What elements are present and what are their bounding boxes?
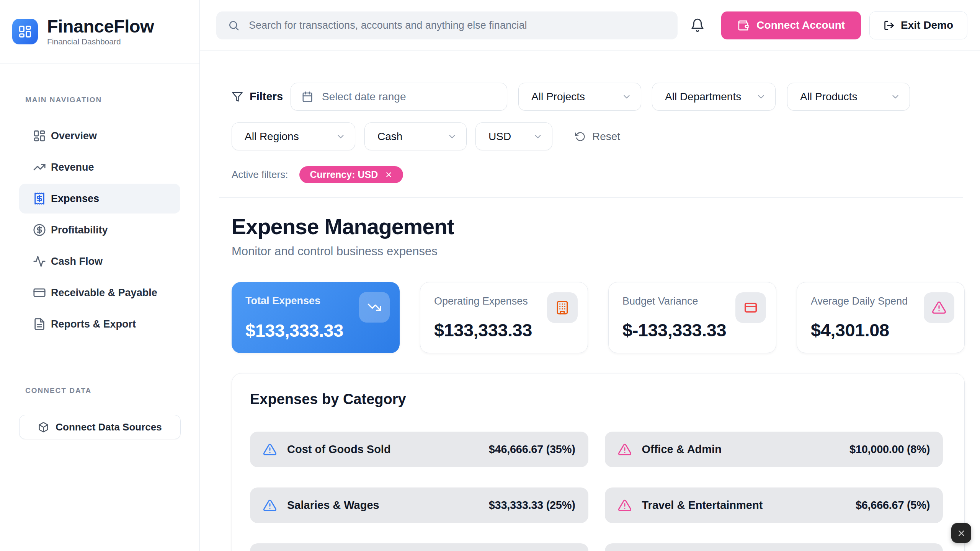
main-navigation: Overview Revenue Expenses Profitability … bbox=[0, 121, 199, 341]
category-value: $10,000.00 (8%) bbox=[849, 443, 930, 456]
category-name: Office & Admin bbox=[642, 443, 722, 456]
overlay-close-button[interactable] bbox=[951, 523, 971, 543]
main-column: Connect Account Exit Demo Filters Select… bbox=[200, 0, 980, 551]
sidebar-item-receivable-payable[interactable]: Receivable & Payable bbox=[19, 278, 180, 308]
stat-card-total-expenses: Total Expenses $133,333.33 bbox=[232, 282, 400, 353]
regions-select[interactable]: All Regions bbox=[232, 122, 355, 150]
active-filters-label: Active filters: bbox=[232, 169, 288, 181]
brand-name: FinanceFlow bbox=[47, 17, 154, 36]
stat-value: $-133,333.33 bbox=[622, 320, 726, 341]
chevron-down-icon bbox=[622, 92, 632, 102]
sidebar-item-label: Revenue bbox=[51, 161, 94, 173]
search-icon bbox=[228, 20, 240, 31]
reset-filters-button[interactable]: Reset bbox=[573, 130, 622, 143]
topbar-actions: Connect Account Exit Demo bbox=[688, 11, 967, 39]
trending-down-icon bbox=[359, 292, 390, 323]
chevron-down-icon bbox=[756, 92, 766, 102]
search-input[interactable] bbox=[248, 19, 666, 32]
package-icon bbox=[38, 422, 49, 433]
active-filters-row: Active filters: Currency: USD bbox=[232, 166, 965, 183]
projects-select[interactable]: All Projects bbox=[518, 83, 641, 111]
sidebar-item-label: Reports & Export bbox=[51, 318, 136, 330]
sidebar-item-overview[interactable]: Overview bbox=[19, 121, 180, 151]
accounting-basis-select[interactable]: Cash bbox=[364, 122, 467, 150]
sidebar-item-label: Receivable & Payable bbox=[51, 287, 157, 299]
exit-demo-button[interactable]: Exit Demo bbox=[869, 11, 967, 39]
chevron-down-icon bbox=[447, 132, 457, 142]
category-row-marketing: Marketing $20,000.00 (15%) bbox=[250, 543, 588, 551]
sidebar-item-profitability[interactable]: Profitability bbox=[19, 215, 180, 245]
alert-triangle-icon bbox=[618, 499, 632, 512]
connect-account-button[interactable]: Connect Account bbox=[721, 11, 861, 39]
projects-select-value: All Projects bbox=[531, 91, 585, 103]
chevron-down-icon bbox=[336, 132, 346, 142]
global-search[interactable] bbox=[216, 11, 678, 39]
category-name: Cost of Goods Sold bbox=[287, 443, 391, 456]
date-range-placeholder: Select date range bbox=[322, 91, 406, 103]
currency-select[interactable]: USD bbox=[475, 122, 552, 150]
expenses-by-category-card: Expenses by Category Cost of Goods Sold … bbox=[232, 373, 965, 551]
brand: FinanceFlow Financial Dashboard bbox=[0, 0, 199, 64]
financeflow-app: FinanceFlow Financial Dashboard MAIN NAV… bbox=[0, 0, 980, 551]
regions-select-value: All Regions bbox=[245, 130, 299, 143]
sidebar-item-label: Profitability bbox=[51, 224, 108, 236]
filters-row-2: All Regions Cash USD Reset bbox=[232, 122, 965, 150]
sidebar-item-cash-flow[interactable]: Cash Flow bbox=[19, 246, 180, 276]
funnel-icon bbox=[232, 91, 243, 103]
category-value: $6,666.67 (5%) bbox=[856, 499, 930, 512]
expenses-by-category-title: Expenses by Category bbox=[250, 391, 943, 408]
exit-demo-label: Exit Demo bbox=[901, 19, 953, 31]
sidebar-item-expenses[interactable]: Expenses bbox=[19, 184, 180, 214]
chevron-down-icon bbox=[533, 132, 543, 142]
layout-dashboard-icon bbox=[18, 24, 32, 39]
category-value: $46,666.67 (35%) bbox=[489, 443, 575, 456]
content: Filters Select date range All Projects A… bbox=[200, 51, 980, 551]
notifications-button[interactable] bbox=[688, 16, 707, 34]
sidebar-item-reports-export[interactable]: Reports & Export bbox=[19, 309, 180, 339]
close-icon[interactable] bbox=[385, 171, 393, 179]
stat-cards-row: Total Expenses $133,333.33 Operating Exp… bbox=[232, 282, 965, 353]
category-value: $33,333.33 (25%) bbox=[489, 499, 575, 512]
departments-select-value: All Departments bbox=[665, 91, 741, 103]
active-filter-chip-currency[interactable]: Currency: USD bbox=[299, 166, 403, 183]
filters-heading: Filters bbox=[232, 90, 291, 103]
alert-triangle-icon bbox=[263, 499, 277, 512]
category-row-travel-entertainment: Travel & Entertainment $6,666.67 (5%) bbox=[605, 487, 943, 523]
sidebar-item-revenue[interactable]: Revenue bbox=[19, 152, 180, 182]
receipt-icon bbox=[33, 192, 46, 205]
category-row-office-admin: Office & Admin $10,000.00 (8%) bbox=[605, 432, 943, 467]
chip-label: Currency: USD bbox=[310, 169, 378, 180]
credit-card-icon bbox=[735, 292, 766, 323]
departments-select[interactable]: All Departments bbox=[652, 83, 776, 111]
stat-card-average-daily-spend: Average Daily Spend $4,301.08 bbox=[797, 282, 965, 353]
connect-data-sources-label: Connect Data Sources bbox=[56, 421, 162, 433]
category-grid: Cost of Goods Sold $46,666.67 (35%) Offi… bbox=[250, 432, 943, 551]
category-row-professional-services: Professional Services $3,333.33 (3%) bbox=[605, 543, 943, 551]
building-icon bbox=[547, 292, 578, 323]
credit-card-icon bbox=[33, 286, 46, 299]
stat-value: $133,333.33 bbox=[434, 320, 532, 341]
stat-card-budget-variance: Budget Variance $-133,333.33 bbox=[608, 282, 776, 353]
connect-data-sources-button[interactable]: Connect Data Sources bbox=[19, 415, 181, 439]
app-logo bbox=[12, 19, 38, 44]
filters-title: Filters bbox=[250, 90, 283, 103]
section-divider bbox=[219, 197, 963, 198]
page-subtitle: Monitor and control business expenses bbox=[232, 245, 965, 258]
chevron-down-icon bbox=[890, 92, 900, 102]
connect-data-heading: CONNECT DATA bbox=[25, 386, 199, 395]
products-select[interactable]: All Products bbox=[787, 83, 910, 111]
close-icon bbox=[957, 528, 966, 538]
alert-triangle-icon bbox=[924, 292, 954, 323]
nav-section-heading: MAIN NAVIGATION bbox=[25, 96, 199, 104]
rotate-ccw-icon bbox=[575, 131, 586, 142]
wallet-icon bbox=[737, 20, 749, 31]
stat-value: $4,301.08 bbox=[811, 320, 889, 341]
date-range-input[interactable]: Select date range bbox=[291, 83, 507, 111]
bell-icon bbox=[690, 18, 705, 33]
brand-tagline: Financial Dashboard bbox=[47, 37, 154, 46]
category-row-salaries-wages: Salaries & Wages $33,333.33 (25%) bbox=[250, 487, 588, 523]
trending-up-icon bbox=[33, 161, 46, 174]
layout-dashboard-icon bbox=[33, 129, 46, 142]
reset-label: Reset bbox=[592, 130, 620, 143]
stat-card-operating-expenses: Operating Expenses $133,333.33 bbox=[420, 282, 588, 353]
